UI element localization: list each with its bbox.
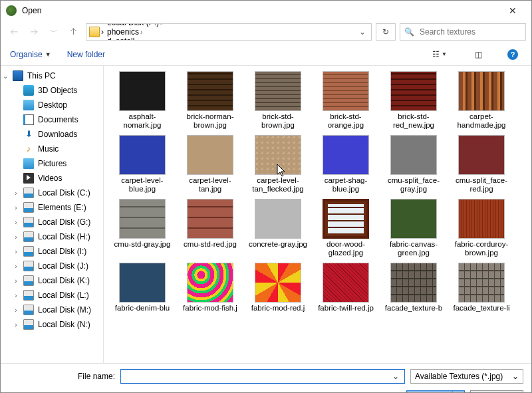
nav-item[interactable]: ›Local Disk (J:): [1, 259, 103, 273]
file-item[interactable]: cmu-split_face-gray.jpg: [382, 135, 446, 195]
chevron-right-icon[interactable]: ›: [160, 23, 162, 27]
file-thumbnail: [187, 71, 233, 111]
file-name: carpet-shag-blue.jpg: [314, 176, 378, 195]
address-bar[interactable]: › This PC›Local Disk (P:)›phoenics›d_sat…: [86, 23, 372, 41]
nav-item[interactable]: ›Local Disk (N:): [1, 317, 103, 332]
file-name: brick-std-orange.jpg: [314, 112, 378, 131]
nav-item[interactable]: ›Videos: [1, 171, 103, 186]
file-item[interactable]: fabric-mod-red.j: [246, 263, 310, 323]
nav-item-this-pc[interactable]: ⌄ This PC: [1, 68, 103, 83]
expand-icon[interactable]: ›: [13, 277, 19, 285]
file-item[interactable]: concrete-gray.jpg: [246, 199, 310, 259]
expand-icon[interactable]: ›: [13, 219, 19, 226]
file-item[interactable]: asphalt-nomark.jpg: [110, 71, 174, 131]
file-item[interactable]: cmu-std-gray.jpg: [110, 199, 174, 259]
recent-locations-button[interactable]: ﹀: [46, 24, 62, 40]
file-item[interactable]: brick-std-brown.jpg: [246, 71, 310, 131]
close-button[interactable]: ✕: [499, 1, 526, 21]
nav-item[interactable]: ›Local Disk (L:): [1, 288, 103, 303]
disk-icon: [23, 246, 34, 257]
file-item[interactable]: brick-std-red_new.jpg: [382, 71, 446, 131]
new-folder-button[interactable]: New folder: [67, 50, 105, 59]
nav-item[interactable]: ›Local Disk (C:): [1, 186, 103, 200]
breadcrumb-label: d_satell: [107, 37, 134, 41]
file-item[interactable]: fabric-corduroy-brown.jpg: [450, 199, 513, 259]
file-name: fabric-mod-fish.j: [178, 304, 242, 323]
refresh-button[interactable]: ↻: [376, 23, 396, 41]
file-item[interactable]: facade_texture-b: [382, 263, 446, 323]
filename-combobox[interactable]: ⌄: [120, 369, 405, 384]
expand-icon[interactable]: ›: [13, 204, 19, 211]
expand-icon[interactable]: ›: [13, 292, 19, 299]
file-item[interactable]: facade_texture-li: [450, 263, 513, 323]
collapse-icon[interactable]: ⌄: [2, 72, 9, 80]
nav-item[interactable]: ›Local Disk (I:): [1, 244, 103, 259]
chevron-right-icon[interactable]: ›: [101, 27, 104, 37]
nav-item[interactable]: ›Elements (E:): [1, 200, 103, 215]
chevron-right-icon[interactable]: ›: [140, 29, 142, 36]
filename-dropdown-button[interactable]: ⌄: [390, 372, 402, 381]
nav-item[interactable]: ›Desktop: [1, 98, 103, 112]
breadcrumb-segment[interactable]: phoenics›: [105, 27, 164, 37]
file-item[interactable]: carpet-level-tan.jpg: [178, 135, 242, 195]
nav-item[interactable]: ›♪Music: [1, 142, 103, 156]
nav-item[interactable]: ›Local Disk (G:): [1, 215, 103, 229]
file-item[interactable]: door-wood-glazed.jpg: [314, 199, 378, 259]
file-item[interactable]: fabric-twill-red.jp: [314, 263, 378, 323]
filename-input[interactable]: [124, 371, 390, 382]
file-item[interactable]: brick-norman-brown.jpg: [178, 71, 242, 131]
view-options-button[interactable]: ☷ ▼: [426, 47, 453, 62]
file-item[interactable]: cmu-split_face-red.jpg: [450, 135, 513, 195]
file-thumbnail: [390, 199, 437, 239]
file-thumbnail: [458, 263, 505, 303]
nav-item[interactable]: ›⬇Downloads: [1, 127, 103, 142]
nav-item-label: Downloads: [38, 130, 77, 139]
chevron-right-icon[interactable]: ›: [136, 38, 138, 41]
nav-item[interactable]: ›3D Objects: [1, 83, 103, 98]
file-item[interactable]: fabric-mod-fish.j: [178, 263, 242, 323]
disk-icon: [23, 188, 34, 198]
nav-item-label: Music: [38, 144, 59, 154]
nav-pane[interactable]: ⌄ This PC ›3D Objects›Desktop›Documents›…: [1, 66, 104, 363]
3d-icon: [23, 85, 34, 96]
file-name: carpet-level-blue.jpg: [110, 176, 174, 195]
forward-button[interactable]: 🡢: [26, 24, 42, 40]
file-item[interactable]: carpet-shag-blue.jpg: [314, 135, 378, 195]
expand-icon[interactable]: ›: [13, 263, 19, 270]
nav-item-label: Local Disk (C:): [38, 188, 90, 197]
nav-item[interactable]: ›Local Disk (M:): [1, 303, 103, 317]
file-pane[interactable]: asphalt-nomark.jpgbrick-norman-brown.jpg…: [104, 66, 531, 363]
file-item[interactable]: fabric-denim-blu: [110, 263, 174, 323]
nav-item[interactable]: ›Local Disk (K:): [1, 273, 103, 288]
nav-item[interactable]: ›Documents: [1, 112, 103, 127]
nav-item[interactable]: ›Local Disk (H:): [1, 229, 103, 244]
file-item[interactable]: brick-std-orange.jpg: [314, 71, 378, 131]
address-dropdown-button[interactable]: ⌄: [356, 27, 368, 37]
file-thumbnail: [119, 71, 166, 111]
titlebar: Open ✕: [1, 1, 531, 21]
search-input[interactable]: [418, 27, 521, 37]
expand-icon[interactable]: ›: [13, 307, 19, 314]
file-item[interactable]: cmu-std-red.jpg: [178, 199, 242, 259]
file-type-filter[interactable]: Available Textures (*.jpg) ⌄: [410, 369, 523, 384]
preview-pane-button[interactable]: ◫: [469, 47, 487, 62]
cancel-button[interactable]: Cancel: [470, 390, 523, 393]
help-button[interactable]: ?: [503, 47, 522, 62]
expand-icon[interactable]: ›: [13, 233, 19, 241]
open-button[interactable]: Open ▾: [406, 390, 465, 393]
nav-item-label: Local Disk (M:): [38, 305, 91, 315]
nav-item[interactable]: ›Pictures: [1, 156, 103, 171]
breadcrumb-segment[interactable]: d_satell›: [105, 37, 164, 41]
file-item[interactable]: carpet-handmade.jpg: [450, 71, 513, 131]
file-item[interactable]: carpet-level-tan_flecked.jpg: [246, 135, 310, 195]
file-item[interactable]: carpet-level-blue.jpg: [110, 135, 174, 195]
expand-icon[interactable]: ›: [13, 190, 19, 197]
search-box[interactable]: 🔍: [400, 23, 526, 41]
file-thumbnail: [390, 135, 437, 175]
expand-icon[interactable]: ›: [13, 248, 19, 255]
back-button[interactable]: 🡠: [6, 24, 22, 40]
organise-menu[interactable]: Organise ▼: [10, 50, 51, 59]
expand-icon[interactable]: ›: [13, 321, 19, 328]
up-button[interactable]: 🡡: [66, 24, 82, 40]
file-item[interactable]: fabric-canvas-green.jpg: [382, 199, 446, 259]
